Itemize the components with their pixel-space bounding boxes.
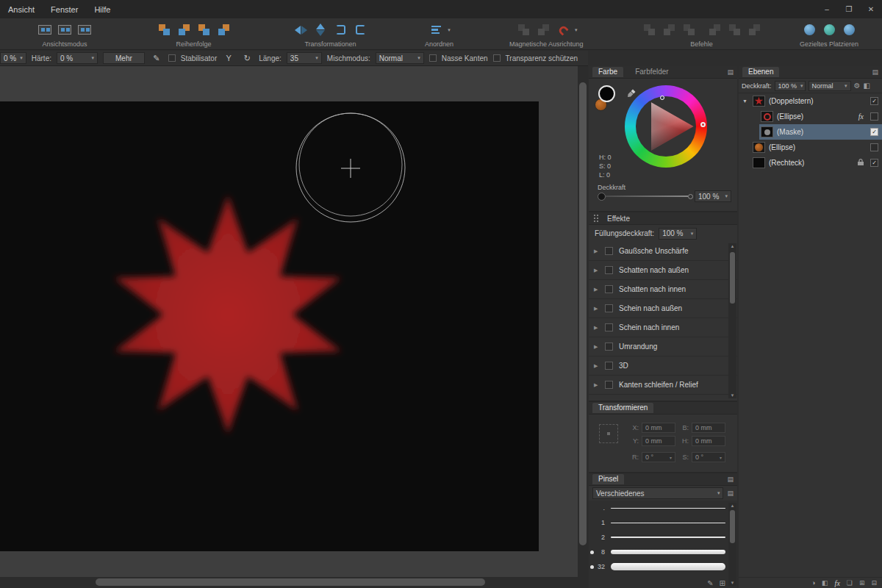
scroll-up-icon[interactable]: ▲ — [728, 244, 736, 248]
canvas-viewport[interactable] — [0, 66, 578, 577]
triangle-marker[interactable] — [660, 96, 664, 100]
layer-thumbnail[interactable] — [753, 142, 765, 153]
layer-thumbnail[interactable] — [753, 157, 765, 168]
rope-stabilizer-icon[interactable]: Y — [222, 52, 235, 64]
blendmode-combo[interactable]: Normal — [376, 52, 424, 64]
transform-y-field[interactable]: 0 mm — [642, 436, 675, 446]
tab-farbfelder[interactable]: Farbfelder — [629, 67, 675, 77]
width-combo[interactable]: 0 % — [0, 52, 26, 64]
effect-row[interactable]: ▶Schatten nach innen — [589, 280, 737, 299]
new-brush-icon[interactable]: ⊞ — [720, 579, 725, 587]
expand-arrow-icon[interactable]: ▶ — [594, 363, 599, 369]
wet-edges-checkbox[interactable] — [429, 54, 437, 62]
hue-wheel[interactable] — [625, 85, 707, 168]
brush-item[interactable]: 2 — [589, 530, 737, 545]
layer-thumbnail[interactable] — [761, 111, 773, 122]
view-split-icon[interactable] — [57, 22, 73, 38]
document[interactable] — [0, 101, 539, 551]
opacity-slider-track[interactable] — [606, 196, 688, 197]
layers-opacity-combo[interactable]: 100 % — [775, 81, 806, 91]
move-backward-icon[interactable] — [196, 22, 212, 38]
expand-arrow-icon[interactable]: ▶ — [594, 287, 599, 293]
command-icon[interactable] — [726, 22, 742, 38]
expand-arrow-icon[interactable]: ▶ — [594, 268, 599, 273]
effect-checkbox[interactable] — [605, 362, 613, 370]
effect-row[interactable]: ▶Schein nach innen — [589, 318, 737, 337]
anchor-selector[interactable] — [599, 424, 618, 443]
layer-lock-toggle-icon[interactable]: ◧ — [863, 82, 870, 90]
remove-layer-icon[interactable]: ⊟ — [871, 579, 877, 587]
transform-rotation-field[interactable]: 0 ° — [642, 452, 675, 462]
effect-row[interactable]: ▶Schein nach außen — [589, 299, 737, 318]
place-target-icon[interactable] — [841, 22, 857, 38]
layer-name[interactable]: (Doppelstern) — [769, 97, 814, 105]
brush-list-menu-icon[interactable]: ▤ — [727, 490, 734, 497]
layer-name[interactable]: (Maske) — [777, 128, 803, 136]
command-icon[interactable] — [681, 22, 697, 38]
layers-blendmode-combo[interactable]: Normal — [808, 81, 851, 91]
layer-settings-gear-icon[interactable]: ⚙ — [854, 82, 861, 90]
effect-row[interactable]: ▶Kanten schleifen / Relief — [589, 376, 737, 395]
effect-checkbox[interactable] — [605, 266, 613, 274]
minimize-button[interactable]: – — [816, 0, 838, 18]
layer-name[interactable]: (Ellipse) — [769, 143, 795, 151]
brushes-scrollbar[interactable]: ▲ ▼ — [728, 503, 736, 586]
more-button[interactable]: Mehr — [103, 52, 145, 64]
horizontal-scrollbar[interactable] — [0, 577, 588, 588]
brush-item[interactable]: . — [589, 501, 737, 515]
expand-arrow-icon[interactable]: ▶ — [594, 344, 599, 350]
layer-name[interactable]: (Rechteck) — [769, 159, 804, 167]
flip-horizontal-icon[interactable] — [293, 22, 309, 38]
menu-fenster[interactable]: Fenster — [43, 0, 86, 18]
effect-checkbox[interactable] — [605, 323, 613, 331]
scroll-up-icon[interactable]: ▲ — [728, 503, 736, 508]
effect-checkbox[interactable] — [605, 247, 613, 255]
layer-thumbnail[interactable] — [761, 126, 773, 137]
place-target-icon[interactable] — [821, 22, 837, 38]
layer-row-ellipse[interactable]: (Ellipse) — [739, 140, 882, 155]
snapping-toggle-icon[interactable] — [555, 22, 571, 38]
layer-visibility-checkbox[interactable]: ✓ — [870, 128, 878, 136]
move-forward-icon[interactable] — [176, 22, 192, 38]
fx-icon[interactable]: fx — [835, 579, 840, 587]
length-combo[interactable]: 35 — [287, 52, 322, 64]
tab-ebenen[interactable]: Ebenen — [742, 67, 779, 77]
opacity-slider-knob[interactable] — [598, 193, 606, 201]
rotate-left-icon[interactable] — [332, 22, 348, 38]
flip-vertical-icon[interactable] — [312, 22, 329, 38]
hue-marker[interactable] — [700, 122, 706, 127]
layer-visibility-checkbox[interactable] — [870, 112, 878, 121]
layer-row-rechteck[interactable]: (Rechteck) ✓ — [739, 155, 882, 171]
view-mode-icon[interactable] — [37, 22, 53, 38]
scroll-down-icon[interactable]: ▼ — [728, 393, 736, 398]
horizontal-scrollbar-thumb[interactable] — [96, 578, 485, 586]
layer-visibility-checkbox[interactable]: ✓ — [870, 159, 878, 167]
effect-checkbox[interactable] — [605, 381, 613, 389]
stabilizer-checkbox[interactable] — [168, 54, 176, 62]
brush-item[interactable]: 1 — [589, 515, 737, 530]
expand-icon[interactable]: ▼ — [742, 98, 749, 104]
rotate-right-icon[interactable] — [352, 22, 368, 38]
layer-visibility-checkbox[interactable]: ✓ — [870, 97, 878, 105]
transform-width-field[interactable]: 0 mm — [692, 423, 725, 433]
brush-item[interactable]: 32 — [589, 559, 737, 574]
brush-category-combo[interactable]: Verschiedenes — [592, 487, 723, 499]
effect-checkbox[interactable] — [605, 343, 613, 351]
brush-item[interactable]: 8 — [589, 545, 737, 559]
close-button[interactable]: ✕ — [860, 0, 882, 18]
command-icon[interactable] — [661, 22, 677, 38]
layer-row-ellipse-child[interactable]: (Ellipse) fx — [739, 109, 882, 124]
menu-hilfe[interactable]: Hilfe — [86, 0, 118, 18]
effect-row[interactable]: ▶Umrandung — [589, 337, 737, 356]
command-icon[interactable] — [706, 22, 723, 38]
layer-name[interactable]: (Ellipse) — [777, 112, 803, 121]
effect-checkbox[interactable] — [605, 285, 613, 293]
command-icon[interactable] — [641, 22, 657, 38]
effect-row[interactable]: ▶Gaußsche Unschärfe — [589, 242, 737, 261]
panel-menu-icon[interactable]: ▤ — [727, 68, 734, 76]
window-stabilizer-icon[interactable]: ↻ — [240, 52, 254, 64]
layer-row-doppelstern[interactable]: ▼ (Doppelstern) ✓ — [739, 93, 882, 109]
mask-icon[interactable]: ◧ — [822, 579, 828, 587]
panel-menu-icon[interactable]: ▤ — [872, 68, 878, 76]
tab-transformieren[interactable]: Transformieren — [592, 403, 653, 413]
